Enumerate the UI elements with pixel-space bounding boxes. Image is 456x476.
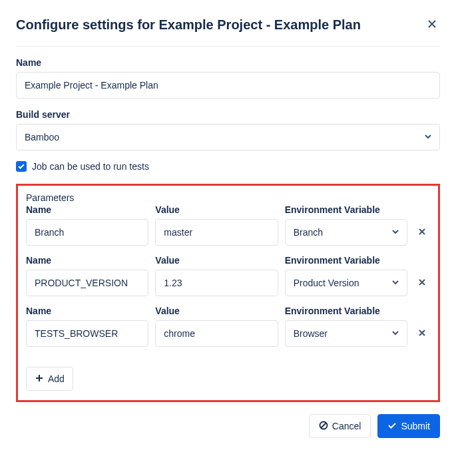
check-icon [387, 421, 397, 432]
cancel-icon [319, 421, 328, 432]
param-env-label: Environment Variable [285, 306, 407, 316]
param-name-label: Name [26, 306, 148, 316]
run-tests-label: Job can be used to run tests [32, 161, 149, 172]
param-value-input[interactable] [155, 219, 278, 246]
close-icon [417, 227, 427, 238]
param-value-input[interactable] [155, 270, 278, 296]
parameter-row: NameValueEnvironment VariableBranch [26, 204, 430, 246]
remove-parameter-button[interactable] [414, 270, 430, 296]
param-env-select[interactable]: Browser [285, 320, 407, 347]
submit-label: Submit [401, 421, 430, 431]
remove-parameter-button[interactable] [414, 320, 430, 347]
remove-parameter-button[interactable] [414, 219, 430, 246]
param-value-label: Value [155, 204, 278, 215]
parameters-section: Parameters NameValueEnvironment Variable… [16, 184, 440, 402]
plus-icon [35, 373, 44, 385]
build-server-label: Build server [16, 109, 440, 120]
param-name-input[interactable] [26, 270, 148, 296]
parameters-title: Parameters [26, 192, 430, 203]
parameter-row: NameValueEnvironment VariableProduct Ver… [26, 255, 430, 296]
add-label: Add [48, 373, 65, 384]
param-name-input[interactable] [26, 219, 148, 246]
param-value-label: Value [155, 255, 278, 266]
name-label: Name [16, 57, 440, 68]
close-icon [417, 328, 427, 340]
param-name-label: Name [26, 204, 148, 215]
dialog-title: Configure settings for Example Project -… [16, 17, 361, 33]
add-parameter-button[interactable]: Add [26, 367, 73, 391]
param-env-label: Environment Variable [285, 204, 407, 215]
build-server-select[interactable]: Bamboo [16, 124, 440, 150]
param-name-input[interactable] [26, 320, 148, 347]
run-tests-checkbox[interactable] [16, 161, 27, 172]
name-input[interactable] [16, 72, 440, 99]
param-env-select[interactable]: Branch [285, 219, 407, 246]
close-button[interactable] [424, 16, 440, 34]
cancel-button[interactable]: Cancel [309, 414, 371, 438]
close-icon [417, 278, 427, 289]
param-env-label: Environment Variable [285, 255, 407, 266]
parameter-row: NameValueEnvironment VariableBrowser [26, 306, 430, 347]
submit-button[interactable]: Submit [377, 414, 440, 438]
close-icon [427, 19, 437, 31]
param-name-label: Name [26, 255, 148, 266]
param-value-label: Value [155, 306, 278, 316]
cancel-label: Cancel [332, 421, 361, 431]
param-value-input[interactable] [155, 320, 278, 347]
param-env-select[interactable]: Product Version [285, 270, 407, 296]
